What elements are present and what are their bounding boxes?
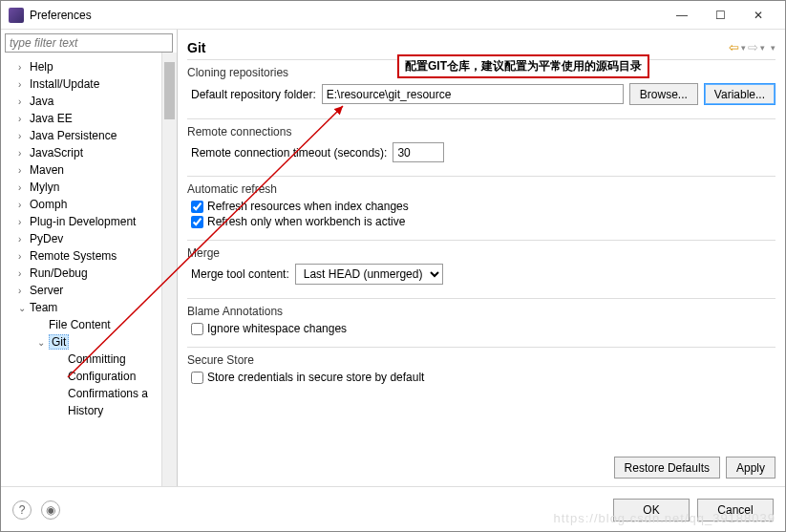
tree-item-java-persistence[interactable]: ›Java Persistence <box>1 127 177 144</box>
filter-input[interactable] <box>5 33 173 53</box>
default-repo-label: Default repository folder: <box>191 88 316 101</box>
blame-group-title: Blame Annotations <box>187 305 775 318</box>
tree-item-history[interactable]: History <box>1 402 177 419</box>
tree-item-javascript[interactable]: ›JavaScript <box>1 144 177 161</box>
refresh-index-checkbox[interactable] <box>191 201 203 213</box>
maximize-button[interactable]: ☐ <box>701 2 739 29</box>
secure-store-checkbox[interactable] <box>191 372 203 384</box>
tree-item-git[interactable]: ⌄Git <box>1 333 177 351</box>
tree-scrollbar[interactable] <box>161 53 177 486</box>
tree-item-confirmations-a[interactable]: Confirmations a <box>1 385 177 402</box>
secure-store-label: Store credentials in secure store by def… <box>207 371 424 384</box>
tree-item-mylyn[interactable]: ›Mylyn <box>1 179 177 196</box>
auto-group-title: Automatic refresh <box>187 182 775 196</box>
ignore-whitespace-checkbox[interactable] <box>191 323 203 335</box>
secure-group-title: Secure Store <box>187 353 775 367</box>
annotation-callout: 配置GIT仓库，建议配置为平常使用的源码目录 <box>397 54 649 78</box>
record-icon[interactable]: ◉ <box>41 500 60 520</box>
browse-button[interactable]: Browse... <box>629 83 698 105</box>
merge-tool-select[interactable]: Last HEAD (unmerged) <box>295 264 443 285</box>
tree-item-maven[interactable]: ›Maven <box>1 161 177 179</box>
main-panel: Git ⇦▾ ⇨▾ ▾ Cloning repositories Default… <box>178 30 785 486</box>
minimize-button[interactable]: — <box>663 2 701 29</box>
tree-item-plug-in-development[interactable]: ›Plug-in Development <box>1 213 177 230</box>
close-button[interactable]: ✕ <box>739 2 777 29</box>
merge-tool-label: Merge tool content: <box>191 267 289 281</box>
tree-item-pydev[interactable]: ›PyDev <box>1 230 177 247</box>
page-title: Git <box>187 40 729 55</box>
window-title: Preferences <box>30 9 663 22</box>
refresh-workbench-checkbox[interactable] <box>191 216 203 228</box>
tree-item-server[interactable]: ›Server <box>1 282 177 299</box>
tree-item-committing[interactable]: Committing <box>1 351 177 368</box>
refresh-index-label: Refresh resources when index changes <box>207 200 409 213</box>
tree-item-team[interactable]: ⌄Team <box>1 299 177 316</box>
tree-item-oomph[interactable]: ›Oomph <box>1 196 177 213</box>
watermark: https://blog.csdn.net/qq_39188039 <box>554 511 776 525</box>
apply-button[interactable]: Apply <box>726 457 775 479</box>
title-bar: Preferences — ☐ ✕ <box>1 1 785 30</box>
preference-tree[interactable]: ›Help›Install/Update›Java›Java EE›Java P… <box>1 56 177 486</box>
tree-item-remote-systems[interactable]: ›Remote Systems <box>1 247 177 265</box>
app-icon <box>9 8 24 23</box>
tree-item-help[interactable]: ›Help <box>1 58 177 75</box>
variable-button[interactable]: Variable... <box>704 83 775 105</box>
refresh-workbench-label: Refresh only when workbench is active <box>207 215 405 228</box>
sidebar: ›Help›Install/Update›Java›Java EE›Java P… <box>1 30 178 486</box>
tree-item-file-content[interactable]: File Content <box>1 316 177 333</box>
nav-arrows[interactable]: ⇦▾ ⇨▾ ▾ <box>729 40 775 54</box>
tree-item-run-debug[interactable]: ›Run/Debug <box>1 265 177 282</box>
remote-timeout-label: Remote connection timeout (seconds): <box>191 146 387 160</box>
default-repo-input[interactable] <box>322 84 624 104</box>
remote-group-title: Remote connections <box>187 125 775 138</box>
ignore-whitespace-label: Ignore whitespace changes <box>207 322 347 335</box>
restore-defaults-button[interactable]: Restore Defaults <box>614 457 720 479</box>
merge-group-title: Merge <box>187 246 775 260</box>
tree-item-java[interactable]: ›Java <box>1 93 177 110</box>
remote-timeout-input[interactable] <box>393 142 444 162</box>
tree-item-java-ee[interactable]: ›Java EE <box>1 110 177 127</box>
help-icon[interactable]: ? <box>12 500 32 520</box>
tree-item-configuration[interactable]: Configuration <box>1 368 177 385</box>
tree-item-install-update[interactable]: ›Install/Update <box>1 75 177 93</box>
